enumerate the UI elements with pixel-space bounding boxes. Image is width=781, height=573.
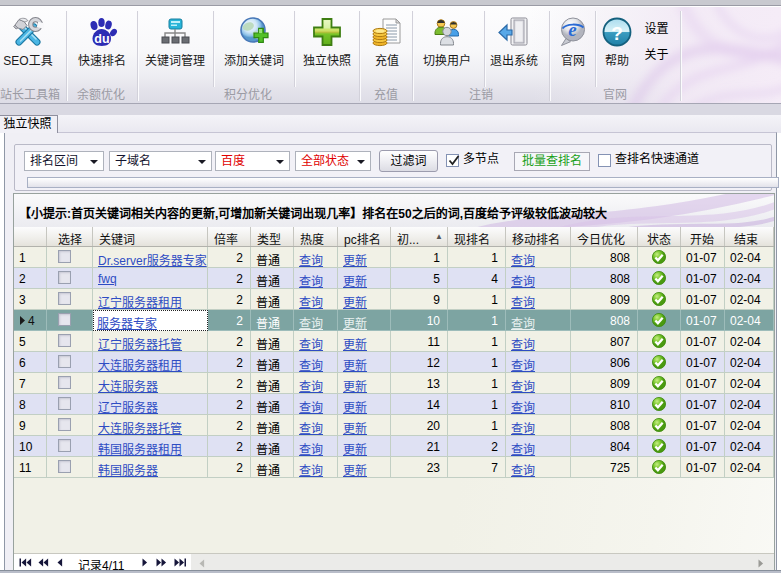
svg-text:e: e <box>568 19 577 40</box>
svg-text:du: du <box>94 32 109 46</box>
svg-text:?: ? <box>611 23 623 44</box>
